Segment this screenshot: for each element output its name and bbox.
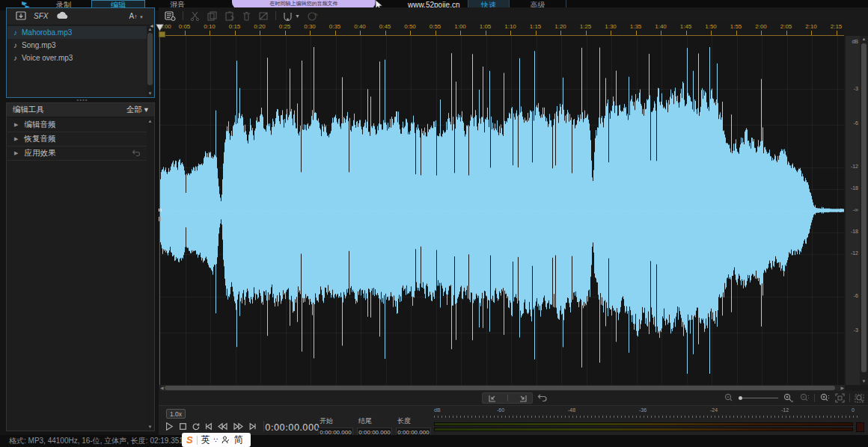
tool-section-label: 应用效果 [24, 148, 55, 158]
undo-icon[interactable] [537, 393, 548, 402]
go-to-end-button[interactable] [248, 422, 257, 431]
ruler-label: 2:15 [831, 23, 843, 30]
ruler-tick [761, 31, 762, 35]
zoom-out-v-icon[interactable] [799, 393, 810, 403]
ime-simplified[interactable]: 简 [233, 434, 242, 446]
ruler-tick [285, 31, 286, 35]
db-scale-label: -12 [851, 250, 858, 256]
mark-out-icon[interactable] [518, 394, 528, 403]
sort-button[interactable]: A↑ ▼ [129, 12, 144, 20]
ruler-label: 0:45 [379, 23, 391, 30]
db-scale-label: -6 [854, 120, 858, 126]
ruler-label: 1:25 [580, 23, 592, 30]
ruler-label: 1:55 [730, 23, 742, 30]
ime-logo[interactable]: S [186, 434, 193, 446]
mark-in-icon[interactable] [488, 394, 498, 403]
file-item[interactable]: ♪Voice over.mp3 [7, 52, 147, 64]
ruler-label: 0:15 [229, 23, 241, 30]
db-scale-label: -3 [854, 327, 858, 333]
tools-filter-dropdown[interactable]: 全部 ▾ [126, 105, 148, 115]
ruler-tick [711, 31, 712, 35]
ruler-label: 0:25 [279, 23, 291, 30]
sub-toolbar [159, 391, 868, 405]
ime-user-icon[interactable] [221, 436, 230, 444]
playhead[interactable] [159, 25, 160, 385]
ruler-tick [210, 31, 210, 35]
reset-effects-icon[interactable] [132, 149, 141, 157]
ruler-tick [510, 31, 511, 35]
ruler-label: 1:20 [554, 23, 566, 30]
library-scrollbar[interactable]: ▲ ▼ [147, 26, 153, 97]
meter-scale-label: -48 [568, 407, 575, 413]
import-media-icon[interactable] [16, 10, 28, 21]
zoom-out-h-icon[interactable] [724, 393, 734, 403]
ruler-label: 0:05 [179, 23, 191, 30]
ruler-label: 0:20 [254, 23, 266, 30]
ruler-label: 1:00 [454, 23, 466, 30]
file-item[interactable]: ♪Mahoroba.mp3 [7, 26, 147, 39]
tool-section-label: 恢复音频 [24, 134, 55, 144]
zoom-slider[interactable] [739, 396, 778, 400]
sfx-button[interactable]: SFX [34, 12, 48, 20]
ruler-label: 2:05 [780, 23, 792, 30]
rewind-button[interactable] [217, 422, 228, 431]
show-list-icon[interactable] [165, 11, 176, 21]
paste-icon[interactable] [224, 11, 235, 21]
sfx-apply-icon[interactable] [307, 11, 319, 21]
selection-buttons [482, 392, 533, 404]
zoom-selection-icon[interactable] [855, 393, 865, 403]
loop-button[interactable] [192, 422, 200, 431]
db-scale-label: -12 [851, 164, 858, 169]
cloud-icon[interactable] [56, 11, 70, 19]
copy-icon[interactable] [207, 11, 218, 21]
ruler-label: 1:40 [655, 23, 667, 30]
ime-lang[interactable]: 英 [201, 434, 210, 446]
media-library-panel: SFX A↑ ▼ ♪Mahoroba.mp3♪Song.mp3♪Voice ov… [6, 7, 155, 98]
trim-icon[interactable] [258, 11, 269, 21]
ruler-tick [636, 31, 637, 35]
tool-section-1[interactable]: ▶恢复音频 [7, 132, 147, 147]
cut-icon[interactable] [190, 11, 201, 21]
stop-button[interactable] [179, 422, 187, 431]
vertical-scrollbar[interactable]: ▲ ▼ [860, 36, 868, 385]
transport-bar: 1.0x 0:00:00.000 开始 0:00:00.000 结尾 0:00:… [159, 405, 868, 435]
ruler-tick [736, 31, 737, 35]
playback-speed-chip[interactable]: 1.0x [166, 409, 186, 419]
playhead-grip[interactable] [159, 31, 165, 37]
clip-indicator [856, 422, 864, 432]
expand-arrow-icon: ▶ [14, 150, 18, 156]
edit-tools-title: 编辑工具 [13, 105, 44, 115]
fast-forward-button[interactable] [233, 422, 244, 431]
delete-icon[interactable] [242, 11, 251, 21]
music-note-icon: ♪ [13, 28, 17, 37]
timeline-ruler[interactable]: 0:000:050:100:150:200:250:300:350:400:45… [159, 22, 844, 36]
length-label: 长度 [397, 416, 431, 426]
ruler-tick [611, 31, 611, 35]
zoom-in-v-icon[interactable] [819, 393, 831, 403]
tools-scrollbar[interactable]: ▲ ▼ [147, 118, 153, 431]
playhead-marker[interactable] [156, 24, 164, 31]
zoom-in-h-icon[interactable] [783, 393, 795, 403]
collapse-panel-icon[interactable]: ◄ [149, 23, 154, 28]
ime-toolbar[interactable]: S 英 ∵ 简 [182, 433, 251, 447]
tool-section-label: 编辑音频 [24, 120, 55, 130]
ruler-tick [486, 31, 486, 35]
horizontal-scrollbar[interactable]: ◀ ▶ [159, 385, 845, 391]
ime-punct-icon[interactable]: ∵ [214, 437, 218, 444]
fit-view-icon[interactable] [835, 393, 845, 403]
ruler-tick [811, 31, 812, 35]
play-button[interactable] [165, 422, 174, 431]
tool-section-0[interactable]: ▶编辑音频 [7, 118, 147, 132]
ruler-label: 0:40 [354, 23, 366, 30]
file-item[interactable]: ♪Song.mp3 [7, 39, 147, 52]
ruler-tick [360, 31, 361, 35]
marker-icon[interactable]: ▼ [283, 11, 300, 21]
tool-section-2[interactable]: ▶应用效果 [7, 147, 147, 161]
end-label: 结尾 [358, 416, 392, 426]
start-field: 开始 0:00:00.000 [318, 416, 353, 437]
go-to-start-button[interactable] [204, 422, 213, 431]
edit-tools-header: 编辑工具 全部 ▾ [7, 103, 154, 117]
ruler-label: 1:50 [705, 23, 717, 30]
waveform-canvas[interactable] [159, 36, 844, 385]
status-bar: 格式: MP3, 44100Hz, 16-位, 立体声, 长度: 02:19.3… [0, 435, 868, 447]
